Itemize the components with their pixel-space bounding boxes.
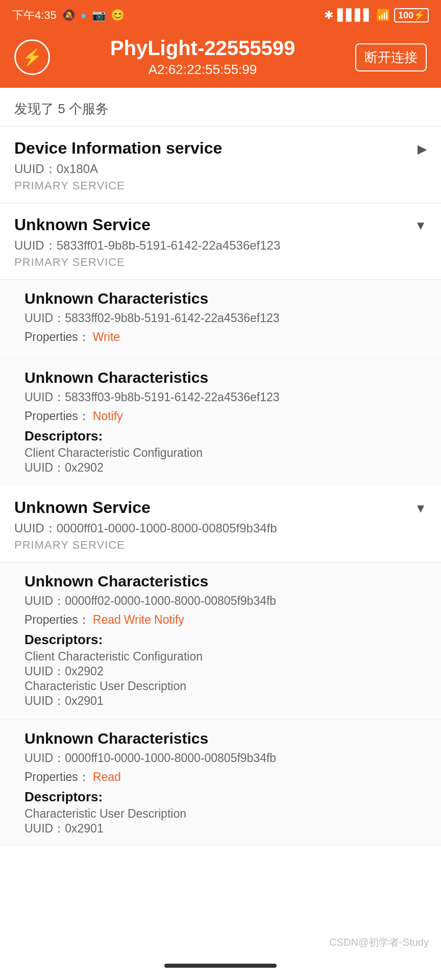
char-uuid-3-1: UUID：0000ff02-0000-1000-8000-00805f9b34f… bbox=[24, 593, 427, 609]
service-info-1: Device Information service UUID：0x180A P… bbox=[14, 139, 222, 192]
service-header-3: Unknown Service UUID：0000ff01-0000-1000-… bbox=[14, 498, 427, 552]
device-address: A2:62:22:55:55:99 bbox=[50, 62, 355, 78]
service-info-3: Unknown Service UUID：0000ff01-0000-1000-… bbox=[14, 498, 277, 552]
service-type-2: PRIMARY SERVICE bbox=[14, 256, 280, 269]
service-uuid-3: UUID：0000ff01-0000-1000-8000-00805f9b34f… bbox=[14, 520, 277, 536]
extra-desc-uuid-3-1: UUID：0x2901 bbox=[24, 693, 427, 709]
service-header-2: Unknown Service UUID：5833ff01-9b8b-5191-… bbox=[14, 215, 427, 269]
desc-name-3-2: Characteristic User Description bbox=[24, 807, 427, 821]
device-header: ⚡ PhyLight-22555599 A2:62:22:55:55:99 断开… bbox=[0, 29, 441, 88]
device-name: PhyLight-22555599 bbox=[50, 37, 355, 60]
prop-notify-3-1: Notify bbox=[154, 613, 184, 627]
service-type-1: PRIMARY SERVICE bbox=[14, 179, 222, 192]
prop-label-2-2: Properties： bbox=[24, 408, 90, 424]
prop-notify-2-2: Notify bbox=[93, 409, 123, 423]
device-info: PhyLight-22555599 A2:62:22:55:55:99 bbox=[50, 37, 355, 78]
status-time: 下午4:35 bbox=[12, 8, 57, 23]
prop-write-2-1: Write bbox=[93, 330, 120, 344]
prop-write-3-1: Write bbox=[124, 613, 151, 627]
service-item-1[interactable]: Device Information service UUID：0x180A P… bbox=[0, 127, 441, 203]
service-chevron-3: ▼ bbox=[409, 501, 427, 516]
char-name-3-2: Unknown Characteristics bbox=[24, 730, 427, 747]
desc-name-2-2: Client Characteristic Configuration bbox=[24, 446, 427, 460]
battery-status: 100⚡ bbox=[394, 8, 429, 22]
desc-name-3-1: Client Characteristic Configuration bbox=[24, 650, 427, 664]
extra-desc-name-3-1: Characteristic User Description bbox=[24, 679, 427, 693]
char-name-2-2: Unknown Characteristics bbox=[24, 369, 427, 386]
prop-label-2-1: Properties： bbox=[24, 329, 90, 345]
service-uuid-2: UUID：5833ff01-9b8b-5191-6142-22a4536ef12… bbox=[14, 237, 280, 254]
prop-read-3-2: Read bbox=[93, 770, 121, 784]
service-info-2: Unknown Service UUID：5833ff01-9b8b-5191-… bbox=[14, 215, 280, 269]
service-uuid-1: UUID：0x180A bbox=[14, 161, 222, 177]
descriptors-title-2-2: Descriptors: bbox=[24, 428, 427, 444]
service-type-3: PRIMARY SERVICE bbox=[14, 538, 277, 552]
descriptors-title-3-2: Descriptors: bbox=[24, 789, 427, 805]
services-count: 发现了 5 个服务 bbox=[0, 88, 441, 127]
disconnect-button[interactable]: 断开连接 bbox=[355, 43, 427, 71]
service-3-characteristics: Unknown Characteristics UUID：0000ff02-00… bbox=[0, 562, 441, 847]
home-indicator bbox=[164, 964, 277, 968]
service-header-1: Device Information service UUID：0x180A P… bbox=[14, 139, 427, 192]
status-mute-icon: 🔕 bbox=[62, 9, 76, 22]
service-chevron-1: ▶ bbox=[412, 142, 427, 156]
char-properties-3-1: Properties： Read Write Notify bbox=[24, 612, 427, 628]
desc-uuid-3-1: UUID：0x2902 bbox=[24, 664, 427, 679]
char-properties-2-2: Properties： Notify bbox=[24, 408, 427, 424]
service-chevron-2: ▼ bbox=[409, 218, 427, 233]
service-item-3[interactable]: Unknown Service UUID：0000ff01-0000-1000-… bbox=[0, 486, 441, 562]
char-uuid-2-2: UUID：5833ff03-9b8b-5191-6142-22a4536ef12… bbox=[24, 389, 427, 405]
status-emoji-icon: 😊 bbox=[111, 9, 125, 22]
char-uuid-3-2: UUID：0000ff10-0000-1000-8000-00805f9b34f… bbox=[24, 750, 427, 766]
characteristic-item-2-2: Unknown Characteristics UUID：5833ff03-9b… bbox=[0, 359, 441, 486]
prop-read-3-1: Read bbox=[93, 613, 121, 627]
watermark: CSDN@初学者-Study bbox=[329, 936, 429, 949]
char-properties-2-1: Properties： Write bbox=[24, 329, 427, 345]
status-left: 下午4:35 🔕 ● 📷 😊 bbox=[12, 8, 125, 23]
char-name-3-1: Unknown Characteristics bbox=[24, 573, 427, 590]
bluetooth-icon: ⚡ bbox=[14, 39, 50, 75]
status-right: ✱ ▋▋▋▋ 📶 100⚡ bbox=[324, 8, 429, 22]
char-uuid-2-1: UUID：5833ff02-9b8b-5191-6142-22a4536ef12… bbox=[24, 310, 427, 326]
service-name-2: Unknown Service bbox=[14, 215, 280, 234]
prop-label-3-2: Properties： bbox=[24, 769, 90, 785]
prop-label-3-1: Properties： bbox=[24, 612, 90, 628]
characteristic-item-3-2: Unknown Characteristics UUID：0000ff10-00… bbox=[0, 720, 441, 847]
service-item-2[interactable]: Unknown Service UUID：5833ff01-9b8b-5191-… bbox=[0, 203, 441, 280]
char-name-2-1: Unknown Characteristics bbox=[24, 290, 427, 307]
signal-bars-icon: ▋▋▋▋ bbox=[337, 9, 372, 22]
characteristic-item-2-1: Unknown Characteristics UUID：5833ff02-9b… bbox=[0, 280, 441, 359]
bluetooth-status-icon: ✱ bbox=[324, 9, 333, 22]
status-camera-icon: 📷 bbox=[92, 9, 106, 22]
status-dot-blue: ● bbox=[81, 10, 87, 21]
desc-uuid-3-2: UUID：0x2901 bbox=[24, 821, 427, 837]
service-name-3: Unknown Service bbox=[14, 498, 277, 517]
characteristic-item-3-1: Unknown Characteristics UUID：0000ff02-00… bbox=[0, 562, 441, 720]
desc-uuid-2-2: UUID：0x2902 bbox=[24, 460, 427, 476]
descriptors-title-3-1: Descriptors: bbox=[24, 632, 427, 648]
service-name-1: Device Information service bbox=[14, 139, 222, 158]
char-properties-3-2: Properties： Read bbox=[24, 769, 427, 785]
bottom-navigation-bar bbox=[0, 954, 441, 980]
service-2-characteristics: Unknown Characteristics UUID：5833ff02-9b… bbox=[0, 280, 441, 486]
wifi-icon: 📶 bbox=[376, 9, 390, 22]
status-bar: 下午4:35 🔕 ● 📷 😊 ✱ ▋▋▋▋ 📶 100⚡ bbox=[0, 0, 441, 29]
